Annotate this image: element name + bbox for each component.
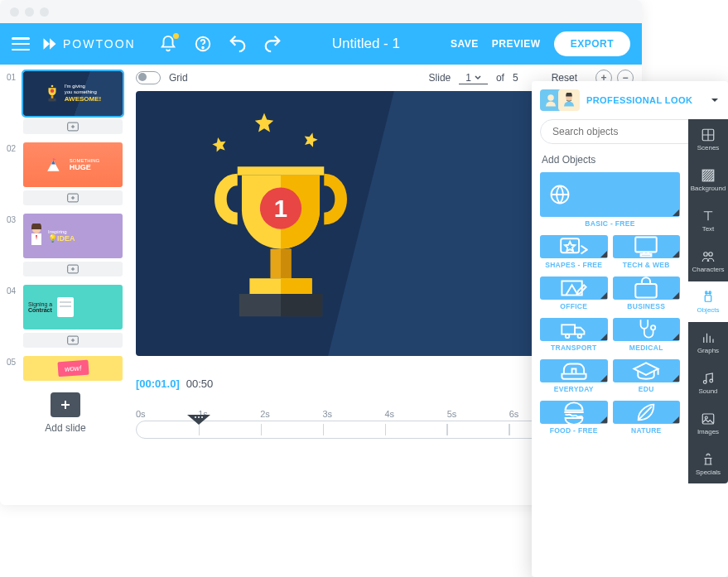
preview-button[interactable]: PREVIEW (492, 38, 541, 50)
add-after-2[interactable] (23, 190, 123, 205)
topbar: POWTOON Untitled - 1 SAVE PREVIEW EXPORT (0, 23, 642, 65)
thumb-number: 03 (7, 214, 18, 258)
undo-icon[interactable] (229, 35, 247, 53)
tab-graphs[interactable]: Graphs (688, 322, 728, 363)
side-tabs: Scenes Background Text Characters Object… (688, 119, 728, 483)
total-slides: 5 (513, 72, 518, 84)
look-dropdown[interactable]: PROFESSIONAL LOOK (586, 95, 703, 105)
svg-point-38 (706, 291, 707, 293)
svg-point-43 (705, 416, 707, 419)
svg-rect-19 (281, 294, 322, 316)
person-icon (28, 224, 45, 248)
category-food[interactable] (540, 401, 608, 424)
svg-point-35 (704, 252, 708, 257)
svg-point-36 (709, 252, 713, 257)
svg-point-3 (51, 89, 55, 94)
paper-icon (57, 297, 74, 317)
tab-characters[interactable]: Characters (688, 241, 728, 281)
tab-specials[interactable]: Specials (688, 444, 728, 484)
logo-mark-icon (41, 36, 58, 52)
export-button[interactable]: EXPORT (554, 31, 630, 56)
tab-objects[interactable]: Objects (688, 281, 728, 322)
category-nature[interactable] (613, 401, 681, 424)
slide-thumb-2[interactable]: SOMETHINGHUGE (23, 142, 123, 187)
menu-icon[interactable] (12, 37, 30, 50)
notifications-icon[interactable] (159, 35, 177, 53)
traffic-light-min[interactable] (25, 7, 34, 17)
slide-thumb-1[interactable]: I'm givingyou something AWESOME! (23, 71, 123, 116)
category-basic[interactable] (540, 172, 680, 217)
timecode-duration: 00:50 (186, 377, 214, 390)
thumb-1-text: I'm givingyou something AWESOME! (65, 84, 101, 103)
category-everyday[interactable] (540, 359, 608, 382)
svg-text:1: 1 (274, 195, 287, 222)
slide-thumb-4[interactable]: Signing aContract (23, 285, 123, 329)
help-icon[interactable] (194, 35, 212, 53)
traffic-light-close[interactable] (10, 7, 19, 17)
svg-rect-25 (636, 238, 657, 252)
svg-rect-17 (281, 278, 312, 294)
slide-select[interactable]: 1 (459, 72, 488, 84)
tab-images[interactable]: Images (688, 403, 728, 444)
add-after-1[interactable] (23, 119, 123, 134)
grid-toggle[interactable] (136, 71, 161, 84)
thumb-number: 05 (7, 356, 18, 381)
svg-point-30 (566, 334, 570, 339)
svg-point-41 (710, 379, 713, 382)
add-after-4[interactable] (23, 333, 123, 348)
thumb-number: 02 (7, 142, 18, 187)
toolbar-actions: SAVE PREVIEW EXPORT (451, 31, 630, 56)
notification-badge (173, 33, 179, 39)
toolbar-icons (159, 35, 282, 53)
add-slide-button[interactable] (51, 392, 80, 417)
thumb-2-text: SOMETHINGHUGE (70, 158, 99, 171)
look-avatars[interactable] (540, 89, 580, 111)
document-title[interactable]: Untitled - 1 (282, 36, 451, 52)
svg-rect-15 (281, 249, 292, 279)
thumb-number: 04 (7, 285, 18, 329)
svg-rect-37 (705, 296, 711, 302)
tab-text[interactable]: Text (688, 200, 728, 241)
tab-scenes[interactable]: Scenes (688, 119, 728, 160)
category-office[interactable] (540, 276, 608, 300)
thumb-number: 01 (7, 71, 18, 116)
slide-thumb-5[interactable]: wow! (23, 356, 123, 381)
svg-rect-28 (636, 284, 657, 298)
category-shapes[interactable] (540, 235, 608, 258)
timecode-current: [00:01.0] (136, 377, 180, 390)
timeline-playhead[interactable] (187, 415, 210, 418)
slide-label: Slide (429, 72, 451, 84)
grid-label: Grid (169, 72, 188, 84)
category-medical[interactable] (613, 318, 681, 341)
mountain-icon (46, 156, 66, 173)
add-after-3[interactable] (23, 262, 123, 276)
svg-point-1 (202, 47, 204, 49)
tab-background[interactable]: Background (688, 160, 728, 200)
svg-point-20 (547, 94, 554, 101)
svg-point-39 (709, 291, 711, 293)
svg-point-32 (651, 325, 655, 329)
redo-icon[interactable] (263, 35, 282, 53)
category-edu[interactable] (613, 359, 681, 382)
objects-grid: BASIC - FREE SHAPES - FREE TECH & WEB OF… (532, 172, 688, 577)
trophy-icon: 1 (186, 141, 376, 331)
of-label: of (496, 72, 504, 84)
svg-point-40 (703, 381, 706, 384)
add-slide-label: Add slide (7, 422, 124, 434)
slide-thumbnails: 01 I'm givingyou something AWESOME! (0, 65, 131, 505)
save-button[interactable]: SAVE (451, 38, 479, 50)
category-tech[interactable] (613, 235, 681, 258)
logo[interactable]: POWTOON (41, 36, 136, 52)
thumb-3-text: Inspiring💡IDEA (48, 229, 75, 243)
window-chrome (0, 0, 642, 23)
traffic-light-max[interactable] (40, 7, 49, 17)
category-transport[interactable] (540, 318, 608, 341)
thumb-5-text: wow! (57, 360, 89, 377)
chevron-down-icon[interactable] (710, 96, 720, 104)
tab-sound[interactable]: Sound (688, 363, 728, 403)
svg-rect-29 (562, 325, 575, 334)
slide-thumb-3[interactable]: Inspiring💡IDEA (23, 214, 123, 258)
chevron-down-icon (475, 75, 481, 80)
category-business[interactable] (613, 276, 681, 300)
svg-point-31 (577, 334, 581, 339)
